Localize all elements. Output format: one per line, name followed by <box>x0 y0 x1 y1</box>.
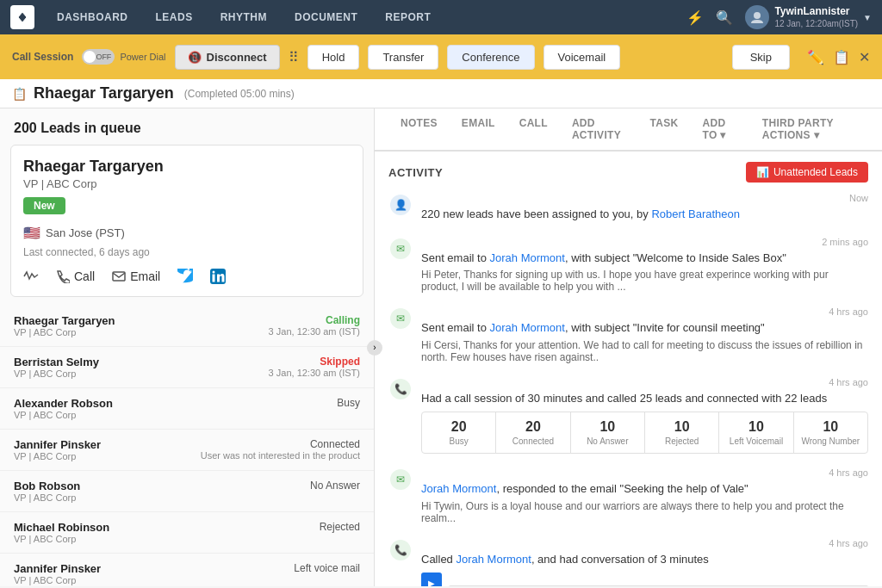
pulse-icon: 📊 <box>756 166 769 178</box>
play-button[interactable]: ▶ <box>421 573 442 586</box>
activity-item: ✉ 4 hrs ago Sent email to Jorah Mormont,… <box>388 306 868 363</box>
tab-call[interactable]: CALL <box>507 108 560 152</box>
lead-card-title: VP | ABC Corp <box>23 177 351 190</box>
lead-actions: Call Email <box>23 269 351 284</box>
svg-rect-1 <box>113 272 125 281</box>
tab-third-party[interactable]: THIRD PARTY ACTIONS ▾ <box>750 108 868 152</box>
nav-report[interactable]: REPORT <box>380 8 436 27</box>
user-menu[interactable]: TywinLannister 12 Jan, 12:20am(IST) ▼ <box>745 5 872 30</box>
activity-link[interactable]: Jorah Mormont <box>456 553 531 566</box>
activity-text: Sent email to Jorah Mormont, with subjec… <box>421 250 868 267</box>
activity-time: Now <box>421 193 868 203</box>
skip-button[interactable]: Skip <box>732 45 790 70</box>
tab-add-activity[interactable]: ADD ACTIVITY <box>560 108 638 152</box>
tab-email[interactable]: EMAIL <box>450 108 507 152</box>
stat-voicemail: 10 Left Voicemail <box>719 412 793 453</box>
stat-connected: 20 Connected <box>496 412 570 453</box>
transfer-button[interactable]: Transfer <box>368 45 438 70</box>
bolt-icon[interactable]: ⚡ <box>686 9 704 26</box>
search-icon[interactable]: 🔍 <box>716 9 733 26</box>
tab-add-to[interactable]: ADD TO ▾ <box>690 108 749 152</box>
twitter-action[interactable] <box>177 269 193 284</box>
list-item[interactable]: Jannifer Pinsker VP | ABC Corp Left voic… <box>0 554 374 586</box>
leads-queue-header: 200 Leads in queue <box>0 108 374 145</box>
activity-time: 4 hrs ago <box>421 306 868 317</box>
voicemail-button[interactable]: Voicemail <box>543 45 621 70</box>
activity-text: Jorah Mormont, responded to the email "S… <box>421 480 868 498</box>
nav-document[interactable]: DOCUMENT <box>289 8 363 27</box>
nav-dashboard[interactable]: DASHBOARD <box>52 8 134 27</box>
svg-point-0 <box>754 12 761 19</box>
activity-item: 📞 4 hrs ago Had a call session of 30 min… <box>388 377 868 455</box>
activity-link[interactable]: Jorah Mormont <box>490 321 565 334</box>
flag-icon: 🇺🇸 <box>23 225 40 241</box>
left-panel: 200 Leads in queue Rhaegar Targaryen VP … <box>0 108 375 586</box>
activity-time: 4 hrs ago <box>421 377 868 387</box>
call-stats: 20 Busy 20 Connected 10 No Answer 10 <box>421 412 868 454</box>
activity-link[interactable]: Jorah Mormont <box>421 482 496 495</box>
grid-icon[interactable]: ⠿ <box>289 49 299 65</box>
lead-record-icon: 📋 <box>12 87 27 101</box>
list-item[interactable]: Alexander Robson VP | ABC Corp Busy <box>0 388 374 430</box>
list-item[interactable]: Jannifer Pinsker VP | ABC Corp Connected… <box>0 430 374 471</box>
current-lead-card: Rhaegar Targaryen VP | ABC Corp New 🇺🇸 S… <box>10 145 363 297</box>
call-action[interactable]: Call <box>56 269 95 283</box>
app-logo[interactable] <box>10 5 34 29</box>
lead-location: 🇺🇸 San Jose (PST) <box>23 225 351 241</box>
activity-time: 2 mins ago <box>421 237 868 247</box>
activity-icon[interactable] <box>23 269 39 284</box>
panel-collapse-button[interactable]: › <box>367 340 382 356</box>
call-session-label: Call Session <box>12 51 73 63</box>
activity-text: 220 new leads have been assigned to you,… <box>421 206 868 223</box>
stat-busy: 20 Busy <box>422 412 496 453</box>
nav-leads[interactable]: LEADS <box>151 8 198 27</box>
email-label: Email <box>130 269 160 283</box>
disconnect-label: Disconnect <box>207 51 267 64</box>
list-item[interactable]: Michael Robinson VP | ABC Corp Rejected <box>0 512 374 554</box>
activity-sub: Hi Peter, Thanks for signing up with us.… <box>421 269 868 293</box>
user-time: 12 Jan, 12:20am(IST) <box>774 18 858 29</box>
unattended-leads-button[interactable]: 📊 Unattended Leads <box>746 162 868 183</box>
copy-icon[interactable]: 📋 <box>833 49 850 65</box>
svg-rect-3 <box>213 275 215 282</box>
nav-rhythm[interactable]: RHYTHM <box>215 8 272 27</box>
email-action[interactable]: Email <box>112 269 160 283</box>
person-icon: 👤 <box>390 195 411 215</box>
activity-time: 4 hrs ago <box>421 538 868 548</box>
list-item[interactable]: Berristan Selmy VP | ABC Corp Skipped 3 … <box>0 347 374 388</box>
activity-text: Called Jorah Mormont, and had conversati… <box>421 551 868 568</box>
audio-player: ▶ <box>421 573 868 586</box>
list-item[interactable]: Bob Robson VP | ABC Corp No Answer <box>0 471 374 512</box>
edit-icon[interactable]: ✏️ <box>807 49 824 65</box>
activity-tabs: NOTES EMAIL CALL ADD ACTIVITY TASK ADD T… <box>375 108 882 152</box>
close-session-icon[interactable]: ✕ <box>859 49 870 65</box>
unattended-label: Unattended Leads <box>773 166 858 178</box>
current-lead-name: Rhaegar Targaryen <box>34 84 174 102</box>
activity-sub: Hi Cersi, Thanks for your attention. We … <box>421 339 868 363</box>
activity-title: ACTIVITY <box>388 166 443 179</box>
activity-item: ✉ 4 hrs ago Jorah Mormont, responded to … <box>388 467 868 524</box>
call-label: Call <box>74 269 95 283</box>
power-dial-switch[interactable]: OFF <box>82 49 115 65</box>
linkedin-action[interactable] <box>210 269 226 284</box>
activity-text: Sent email to Jorah Mormont, with subjec… <box>421 319 868 337</box>
conference-button[interactable]: Conference <box>447 45 534 70</box>
list-item[interactable]: Rhaegar Targaryen VP | ABC Corp Calling … <box>0 306 374 347</box>
disconnect-button[interactable]: 📵 Disconnect <box>175 45 280 70</box>
lead-location-text: San Jose (PST) <box>46 226 125 239</box>
lead-call-status: (Completed 05:00 mins) <box>184 88 295 100</box>
tab-notes[interactable]: NOTES <box>388 108 450 152</box>
lead-card-name: Rhaegar Targaryen <box>23 158 351 176</box>
activity-item: 👤 Now 220 new leads have been assigned t… <box>388 193 868 223</box>
right-panel: NOTES EMAIL CALL ADD ACTIVITY TASK ADD T… <box>375 108 882 586</box>
tab-task[interactable]: TASK <box>637 108 690 152</box>
activity-link[interactable]: Jorah Mormont <box>490 251 565 264</box>
user-dropdown-icon[interactable]: ▼ <box>863 13 872 22</box>
hold-button[interactable]: Hold <box>307 45 360 70</box>
audio-progress[interactable] <box>449 585 868 586</box>
activity-link[interactable]: Robert Baratheon <box>651 207 740 220</box>
lead-name-bar: 📋 Rhaegar Targaryen (Completed 05:00 min… <box>0 79 882 108</box>
email-icon: ✉ <box>390 469 411 490</box>
activity-area: ACTIVITY 📊 Unattended Leads 👤 Now 220 ne… <box>375 152 882 586</box>
phone-icon: 📞 <box>390 379 411 399</box>
